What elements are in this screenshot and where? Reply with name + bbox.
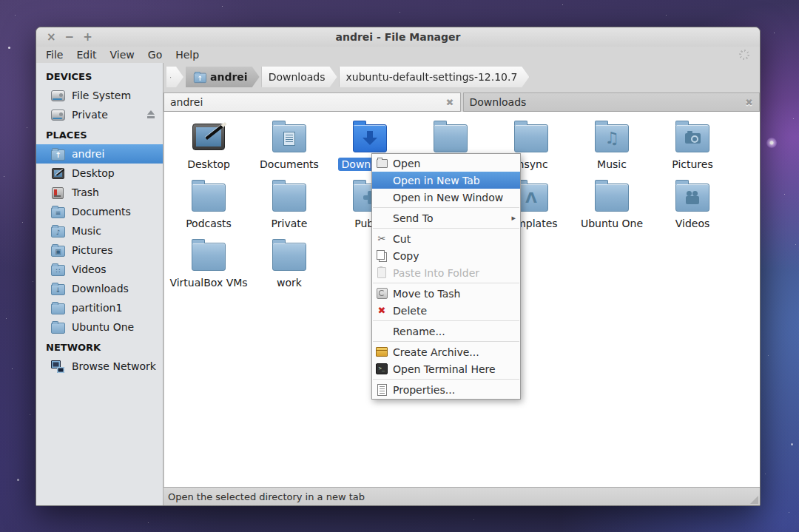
delete-icon: ✖ xyxy=(376,305,388,317)
breadcrumb-downloads[interactable]: Downloads xyxy=(262,67,337,87)
file-private[interactable]: Private xyxy=(251,178,328,230)
sidebar-item-videos[interactable]: ∷ Videos xyxy=(36,260,163,279)
folder-music-icon: ♫ xyxy=(594,119,630,155)
file-music[interactable]: ♫ Music xyxy=(573,119,650,171)
folder-icon xyxy=(272,178,307,214)
folder-icon xyxy=(191,238,226,273)
folder-icon xyxy=(513,119,549,155)
menu-separator xyxy=(373,207,519,208)
home-icon: ↑ xyxy=(193,70,206,84)
breadcrumb-xubuntu-default-settings[interactable]: xubuntu-default-settings-12.10.7 xyxy=(340,67,530,87)
folder-icon xyxy=(191,178,226,214)
desktop-icon xyxy=(191,119,226,155)
file-videos[interactable]: Videos xyxy=(654,178,731,230)
menu-item-open-in-new-tab[interactable]: Open in New Tab xyxy=(372,172,520,189)
network-icon xyxy=(50,359,65,374)
drive-icon xyxy=(50,107,65,122)
menu-item-properties[interactable]: Properties... xyxy=(372,381,520,398)
folder-download-icon xyxy=(352,119,388,155)
sidebar-item-andrei[interactable]: ↑ andrei xyxy=(36,144,163,164)
folder-videos-icon: ∷ xyxy=(50,262,65,277)
menu-item-create-archive[interactable]: Create Archive... xyxy=(372,343,520,360)
sidebar-item-trash[interactable]: Trash xyxy=(36,183,163,202)
tab-downloads[interactable]: Downloads ✖ xyxy=(463,92,761,112)
menu-item-copy[interactable]: Copy xyxy=(372,247,520,264)
minimize-window-button[interactable]: − xyxy=(65,32,75,43)
folder-documents-icon xyxy=(272,119,307,155)
breadcrumb: · ↑ andrei Downloads xubuntu-default-set… xyxy=(163,63,760,91)
folder-music-icon: ♪ xyxy=(50,223,65,238)
sidebar: DEVICES File System Private PLACES ↑ and… xyxy=(36,63,163,505)
menu-item-rename[interactable]: Rename... xyxy=(372,323,520,340)
sidebar-item-private[interactable]: Private xyxy=(36,105,163,124)
sidebar-item-music[interactable]: ♪ Music xyxy=(36,221,163,240)
folder-icon xyxy=(50,320,65,334)
sidebar-item-browse-network[interactable]: Browse Network xyxy=(36,357,163,376)
sidebar-item-documents[interactable]: ≡ Documents xyxy=(36,202,163,221)
wallpaper-stars xyxy=(0,0,1,1)
properties-icon xyxy=(376,384,388,396)
menu-separator xyxy=(373,379,519,380)
folder-icon xyxy=(594,178,630,214)
sidebar-item-partition1[interactable]: partition1 xyxy=(36,298,163,317)
folder-icon xyxy=(433,119,468,155)
folder-download-icon: ↓ xyxy=(50,281,65,296)
sidebar-section-network: NETWORK xyxy=(36,337,163,357)
menu-go[interactable]: Go xyxy=(141,47,169,62)
close-window-button[interactable]: × xyxy=(47,32,56,43)
status-bar: Open the selected directory in a new tab xyxy=(163,487,760,505)
file-ubuntu-one[interactable]: Ubuntu One xyxy=(573,178,650,230)
menu-separator xyxy=(373,283,519,283)
file-podcasts[interactable]: Podcasts xyxy=(170,178,247,230)
terminal-icon: >_ xyxy=(376,363,388,375)
menu-item-move-to-tash[interactable]: Move to Tash xyxy=(372,285,520,302)
file-work[interactable]: work xyxy=(251,238,328,289)
submenu-arrow-icon: ▸ xyxy=(511,213,516,223)
sidebar-section-places: PLACES xyxy=(36,124,163,144)
menu-item-send-to[interactable]: Send To ▸ xyxy=(372,209,520,226)
cut-icon: ✂ xyxy=(376,233,388,245)
menu-separator xyxy=(373,228,519,229)
breadcrumb-scroll-button[interactable]: · xyxy=(166,67,183,87)
sidebar-item-desktop[interactable]: Desktop xyxy=(36,164,163,183)
file-virtualbox-vms[interactable]: VirtualBox VMs xyxy=(170,238,247,289)
context-menu: Open Open in New Tab Open in New Window … xyxy=(371,153,521,400)
eject-icon[interactable] xyxy=(146,110,157,119)
menu-item-open-terminal-here[interactable]: >_ Open Terminal Here xyxy=(372,360,520,377)
close-tab-icon[interactable]: ✖ xyxy=(446,97,454,108)
breadcrumb-andrei[interactable]: ↑ andrei xyxy=(186,67,260,87)
titlebar[interactable]: × − + andrei - File Manager xyxy=(36,27,760,47)
menu-edit[interactable]: Edit xyxy=(70,47,103,62)
maximize-window-button[interactable]: + xyxy=(83,32,92,43)
folder-documents-icon: ≡ xyxy=(50,204,65,219)
sidebar-item-ubuntu-one[interactable]: Ubuntu One xyxy=(36,317,163,337)
folder-icon xyxy=(272,238,307,273)
file-documents[interactable]: Documents xyxy=(251,119,328,171)
menu-item-open-in-new-window[interactable]: Open in New Window xyxy=(372,189,520,206)
menu-item-paste-into-folder: Paste Into Folder xyxy=(372,264,520,281)
window-title: andrei - File Manager xyxy=(336,31,461,43)
sidebar-item-downloads[interactable]: ↓ Downloads xyxy=(36,279,163,298)
menu-help[interactable]: Help xyxy=(169,47,206,62)
status-text: Open the selected directory in a new tab xyxy=(168,491,365,502)
menu-file[interactable]: File xyxy=(39,47,70,62)
spinner-icon xyxy=(739,50,749,60)
menu-item-cut[interactable]: ✂ Cut xyxy=(372,230,520,247)
menu-item-delete[interactable]: ✖ Delete xyxy=(372,302,520,319)
file-desktop[interactable]: Desktop xyxy=(170,119,247,171)
menu-item-open[interactable]: Open xyxy=(372,155,520,172)
close-tab-icon[interactable]: ✖ xyxy=(745,97,753,108)
desktop-icon xyxy=(50,166,65,181)
sidebar-item-pictures[interactable]: ▣ Pictures xyxy=(36,240,163,260)
home-icon: ↑ xyxy=(50,147,65,161)
paste-icon xyxy=(376,267,388,279)
folder-icon xyxy=(50,300,65,315)
menu-view[interactable]: View xyxy=(104,47,141,62)
file-pictures[interactable]: Pictures xyxy=(654,119,731,171)
resize-grip[interactable] xyxy=(750,496,758,504)
sidebar-section-devices: DEVICES xyxy=(36,66,163,86)
sidebar-item-file-system[interactable]: File System xyxy=(36,86,163,105)
folder-pictures-icon: ▣ xyxy=(50,243,65,257)
recycle-icon xyxy=(376,288,388,300)
tab-andrei[interactable]: andrei ✖ xyxy=(163,92,461,112)
